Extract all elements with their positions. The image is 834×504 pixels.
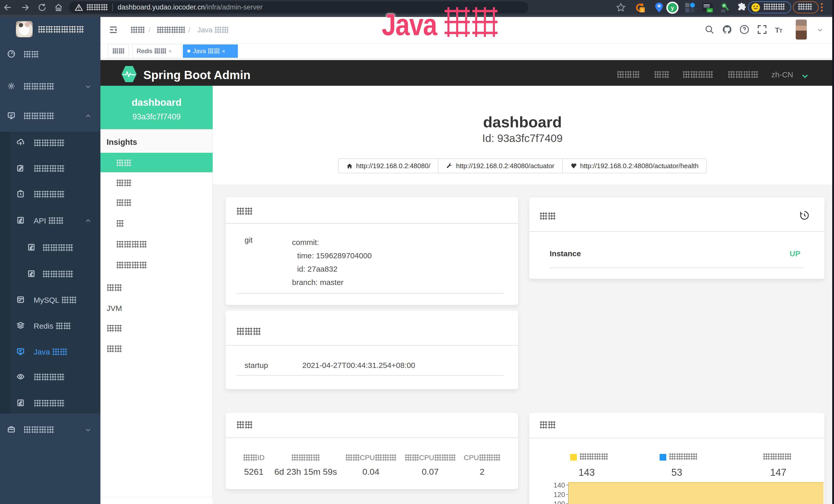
svg-text:1: 1: [641, 8, 643, 12]
svg-text:y: y: [671, 5, 674, 11]
svg-text:on: on: [708, 9, 711, 12]
svg-text:T: T: [775, 26, 779, 34]
svg-text:T: T: [779, 28, 782, 33]
